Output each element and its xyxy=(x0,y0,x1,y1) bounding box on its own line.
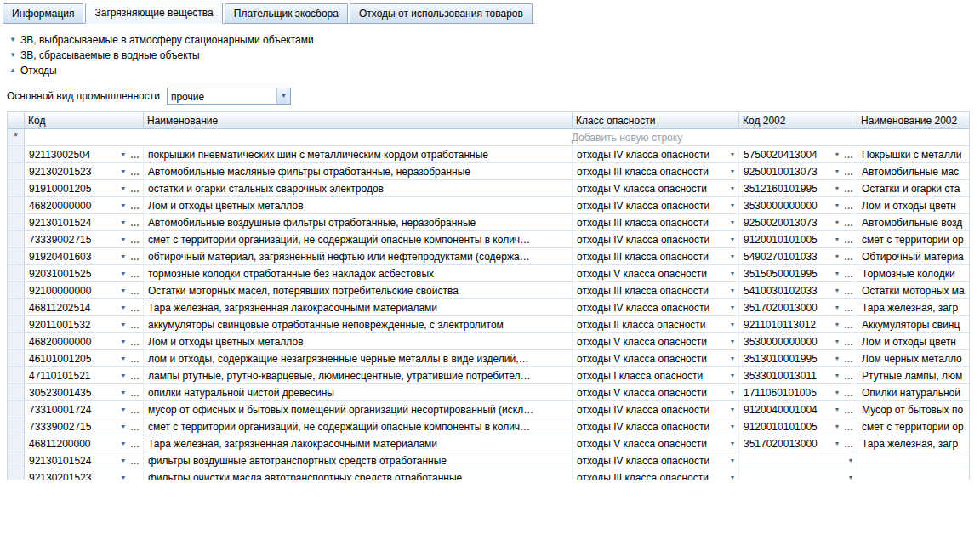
cell-hazard-class[interactable]: отходы V класса опасности▼ xyxy=(573,180,739,196)
dropdown-icon[interactable]: ▼ xyxy=(117,219,129,225)
cell-hazard-class[interactable]: отходы IV класса опасности▼ xyxy=(573,231,739,247)
dropdown-icon[interactable]: ▼ xyxy=(117,321,129,327)
cell-hazard-class[interactable]: отходы II класса опасности▼ xyxy=(573,316,739,332)
cell-name[interactable]: фильтры очистки масла автотранспортных с… xyxy=(144,469,573,480)
dropdown-icon[interactable]: ▼ xyxy=(831,372,843,378)
cell-name-2002[interactable]: Тормозные колодки xyxy=(858,265,970,281)
collapse-icon[interactable]: ▲ xyxy=(5,63,20,78)
cell-name-2002[interactable]: смет с территории ор xyxy=(858,418,970,435)
ellipsis-button[interactable]: … xyxy=(843,440,857,448)
row-indicator[interactable] xyxy=(8,452,25,469)
dropdown-icon[interactable]: ▼ xyxy=(117,423,129,429)
cell-name[interactable]: Лом и отходы цветных металлов xyxy=(144,197,573,213)
industry-combobox[interactable]: прочие ▼ xyxy=(167,88,291,105)
cell-code-2002[interactable]: 3530000000000▼… xyxy=(739,333,858,349)
table-row[interactable]: 73310001724▼…мусор от офисных и бытовых … xyxy=(8,401,969,418)
dropdown-icon[interactable]: ▼ xyxy=(831,304,843,310)
ellipsis-button[interactable]: … xyxy=(129,219,143,227)
ellipsis-button[interactable]: … xyxy=(843,287,857,295)
row-indicator[interactable] xyxy=(8,248,25,264)
table-row[interactable]: 92031001525▼…тормозные колодки отработан… xyxy=(8,265,969,282)
table-row[interactable]: 92113002504▼…покрышки пневматических шин… xyxy=(8,146,969,163)
cell-name[interactable]: смет с территории организаций, не содерж… xyxy=(144,231,573,247)
dropdown-icon[interactable]: ▼ xyxy=(845,474,857,480)
ellipsis-button[interactable]: … xyxy=(843,253,857,261)
cell-code-2002[interactable]: 9211010113012▼… xyxy=(739,316,858,332)
dropdown-icon[interactable]: ▼ xyxy=(726,372,738,378)
cell-code-2002[interactable]: 3517020013000▼… xyxy=(739,435,858,452)
dropdown-icon[interactable]: ▼ xyxy=(831,185,843,191)
cell-name[interactable]: Остатки моторных масел, потерявших потре… xyxy=(144,282,573,298)
dropdown-icon[interactable]: ▼ xyxy=(117,287,129,293)
dropdown-icon[interactable]: ▼ xyxy=(831,423,843,429)
cell-code[interactable]: 92031001525▼… xyxy=(25,265,144,281)
dropdown-icon[interactable]: ▼ xyxy=(831,287,843,293)
ellipsis-button[interactable]: … xyxy=(843,236,857,244)
ellipsis-button[interactable]: … xyxy=(843,338,857,346)
ellipsis-button[interactable]: … xyxy=(129,389,143,397)
dropdown-icon[interactable]: ▼ xyxy=(831,270,843,276)
column-header[interactable]: Код xyxy=(25,112,144,128)
expand-icon[interactable]: ▼ xyxy=(5,32,20,48)
dropdown-icon[interactable]: ▼ xyxy=(831,168,843,174)
dropdown-icon[interactable]: ▼ xyxy=(726,321,738,327)
cell-name[interactable]: аккумуляторы свинцовые отработанные непо… xyxy=(144,316,573,332)
cell-code[interactable]: 47110101521▼… xyxy=(25,367,144,383)
cell-name[interactable]: опилки натуральной чистой древесины xyxy=(144,384,573,400)
cell-code-2002[interactable]: 3512160101995▼… xyxy=(739,180,858,196)
cell-name[interactable]: покрышки пневматических шин с металличес… xyxy=(144,146,573,162)
grid-new-row[interactable]: * Добавить новую строку xyxy=(8,129,969,146)
dropdown-icon[interactable]: ▼ xyxy=(117,168,129,174)
row-indicator[interactable] xyxy=(8,316,25,332)
ellipsis-button[interactable]: … xyxy=(129,372,143,380)
cell-name-2002[interactable]: Аккумуляторы свинц xyxy=(858,316,970,332)
ellipsis-button[interactable]: … xyxy=(129,151,143,159)
cell-code[interactable]: 30523001435▼… xyxy=(25,384,144,400)
dropdown-icon[interactable]: ▼ xyxy=(726,457,738,463)
cell-code[interactable]: 92100000000▼… xyxy=(25,282,144,298)
cell-code-2002[interactable]: 9120010101005▼… xyxy=(739,231,858,247)
dropdown-icon[interactable]: ▼ xyxy=(726,440,738,446)
cell-name-2002[interactable]: смет с территории ор xyxy=(858,231,970,247)
dropdown-icon[interactable]: ▼ xyxy=(117,338,129,344)
row-indicator[interactable] xyxy=(8,282,25,298)
ellipsis-button[interactable]: … xyxy=(843,389,857,397)
dropdown-icon[interactable]: ▼ xyxy=(726,406,738,412)
ellipsis-button[interactable]: … xyxy=(129,202,143,210)
ellipsis-button[interactable]: … xyxy=(843,219,857,227)
cell-name-2002[interactable]: Остатки моторных ма xyxy=(858,282,970,298)
dropdown-icon[interactable]: ▼ xyxy=(726,389,738,395)
row-indicator[interactable] xyxy=(8,384,25,400)
cell-hazard-class[interactable]: отходы IV класса опасности▼ xyxy=(573,452,739,469)
table-row[interactable]: 30523001435▼…опилки натуральной чистой д… xyxy=(8,384,969,401)
cell-name-2002[interactable]: Остатки и огарки ста xyxy=(858,180,970,196)
row-indicator[interactable] xyxy=(8,146,25,162)
ellipsis-button[interactable]: … xyxy=(843,355,857,363)
row-indicator[interactable] xyxy=(8,350,25,366)
ellipsis-button[interactable]: … xyxy=(843,321,857,329)
ellipsis-button[interactable]: … xyxy=(843,423,857,431)
cell-name-2002[interactable]: Опилки натуральной xyxy=(858,384,970,400)
ellipsis-button[interactable]: … xyxy=(129,355,143,363)
cell-name[interactable]: фильтры воздушные автотранспортных средс… xyxy=(144,452,573,469)
dropdown-icon[interactable]: ▼ xyxy=(117,372,129,378)
ellipsis-button[interactable]: … xyxy=(843,185,857,193)
cell-code[interactable]: 92113002504▼… xyxy=(25,146,144,162)
table-row[interactable]: 91910001205▼…остатки и огарки стальных с… xyxy=(8,180,969,197)
tab-pollutants[interactable]: Загрязняющие вещества xyxy=(85,3,222,24)
dropdown-icon[interactable]: ▼ xyxy=(726,423,738,429)
cell-code-2002[interactable]: 3513010001995▼… xyxy=(739,350,858,366)
cell-code[interactable]: 73339002715▼… xyxy=(25,231,144,247)
row-indicator[interactable] xyxy=(8,180,25,196)
cell-name-2002[interactable]: Автомобильные мас xyxy=(858,163,970,179)
ellipsis-button[interactable]: … xyxy=(129,423,143,431)
cell-hazard-class[interactable]: отходы III класса опасности▼ xyxy=(573,469,739,480)
table-row[interactable]: 92130201523▼…Автомобильные масляные филь… xyxy=(8,163,969,180)
dropdown-icon[interactable]: ▼ xyxy=(831,338,843,344)
ellipsis-button[interactable]: … xyxy=(129,321,143,329)
row-indicator[interactable] xyxy=(8,299,25,315)
row-indicator[interactable] xyxy=(8,418,25,435)
row-indicator[interactable] xyxy=(8,231,25,247)
cell-code-2002[interactable]: 9250010013073▼… xyxy=(739,163,858,179)
ellipsis-button[interactable]: … xyxy=(129,440,143,448)
